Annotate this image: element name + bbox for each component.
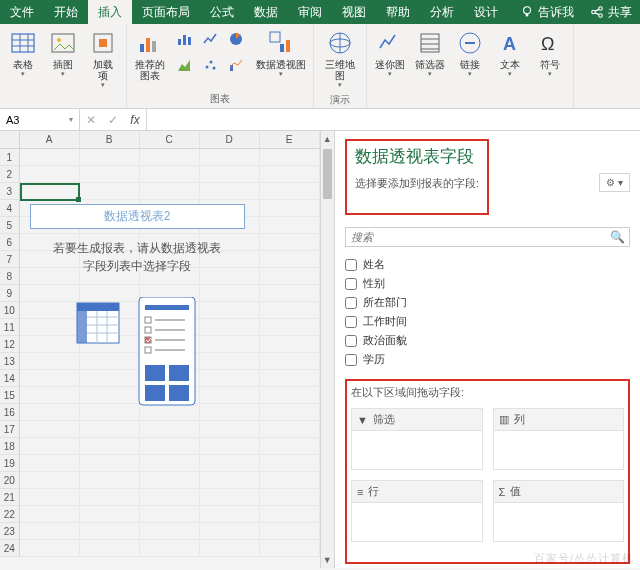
cell[interactable] — [260, 200, 320, 217]
cell[interactable] — [260, 421, 320, 438]
cell[interactable] — [20, 523, 80, 540]
chart-area-button[interactable] — [173, 54, 195, 76]
row-header[interactable]: 4 — [0, 200, 20, 217]
field-item[interactable]: 学历 — [345, 350, 630, 369]
row-header[interactable]: 22 — [0, 506, 20, 523]
text-button[interactable]: A文本▾ — [491, 26, 529, 105]
row-header[interactable]: 3 — [0, 183, 20, 200]
row-header[interactable]: 11 — [0, 319, 20, 336]
row-header[interactable]: 10 — [0, 302, 20, 319]
rows-area[interactable]: ≡行 — [351, 480, 483, 542]
cell[interactable] — [80, 149, 140, 166]
cell[interactable] — [260, 183, 320, 200]
menu-tab-home[interactable]: 开始 — [44, 0, 88, 24]
row-header[interactable]: 17 — [0, 421, 20, 438]
symbol-button[interactable]: Ω符号▾ — [531, 26, 569, 105]
row-header[interactable]: 23 — [0, 523, 20, 540]
cell[interactable] — [260, 370, 320, 387]
menu-tab-analyze[interactable]: 分析 — [420, 0, 464, 24]
cell[interactable] — [20, 489, 80, 506]
name-box[interactable]: A3▾ — [0, 109, 80, 130]
cell[interactable] — [260, 319, 320, 336]
row-header[interactable]: 20 — [0, 472, 20, 489]
cell[interactable] — [200, 506, 260, 523]
cell[interactable] — [20, 149, 80, 166]
cell[interactable] — [200, 421, 260, 438]
cell[interactable] — [80, 166, 140, 183]
cell[interactable] — [200, 489, 260, 506]
cell[interactable] — [80, 506, 140, 523]
cell[interactable] — [80, 438, 140, 455]
cell[interactable] — [260, 149, 320, 166]
cell[interactable] — [200, 149, 260, 166]
cell[interactable] — [20, 540, 80, 557]
cell[interactable] — [260, 234, 320, 251]
menu-tab-layout[interactable]: 页面布局 — [132, 0, 200, 24]
share-button[interactable]: 共享 — [582, 0, 640, 24]
cell[interactable] — [80, 455, 140, 472]
cell[interactable] — [260, 166, 320, 183]
menu-tab-data[interactable]: 数据 — [244, 0, 288, 24]
cell[interactable] — [200, 183, 260, 200]
cell[interactable] — [260, 540, 320, 557]
sparkline-button[interactable]: 迷你图▾ — [371, 26, 409, 105]
cell[interactable] — [140, 455, 200, 472]
column-header[interactable]: D — [200, 131, 260, 149]
select-all-corner[interactable] — [0, 131, 20, 149]
cell[interactable] — [260, 404, 320, 421]
scrollbar-thumb[interactable] — [323, 149, 332, 199]
row-header[interactable]: 16 — [0, 404, 20, 421]
cell[interactable] — [140, 506, 200, 523]
row-header[interactable]: 6 — [0, 234, 20, 251]
row-header[interactable]: 8 — [0, 268, 20, 285]
cell[interactable] — [140, 438, 200, 455]
row-header[interactable]: 12 — [0, 336, 20, 353]
fx-icon[interactable]: fx — [124, 113, 146, 127]
pivot-chart-button[interactable]: 数据透视图▾ — [253, 26, 309, 91]
recommended-charts-button[interactable]: 推荐的 图表 — [131, 26, 169, 91]
cell[interactable] — [200, 166, 260, 183]
menu-tab-help[interactable]: 帮助 — [376, 0, 420, 24]
scroll-up-icon[interactable]: ▲ — [321, 131, 334, 147]
cell[interactable] — [260, 217, 320, 234]
cell[interactable] — [80, 421, 140, 438]
column-header[interactable]: C — [140, 131, 200, 149]
row-header[interactable]: 18 — [0, 438, 20, 455]
row-header[interactable]: 9 — [0, 285, 20, 302]
cell[interactable] — [80, 540, 140, 557]
cell[interactable] — [140, 421, 200, 438]
cell[interactable] — [260, 472, 320, 489]
illustrations-button[interactable]: 插图▾ — [44, 26, 82, 105]
cell[interactable] — [20, 421, 80, 438]
cell[interactable] — [260, 438, 320, 455]
addins-button[interactable]: 加载 项▾ — [84, 26, 122, 105]
cell[interactable] — [80, 472, 140, 489]
menu-tab-review[interactable]: 审阅 — [288, 0, 332, 24]
formula-input[interactable] — [147, 109, 640, 130]
cell[interactable] — [140, 166, 200, 183]
field-item[interactable]: 所在部门 — [345, 293, 630, 312]
cell[interactable] — [260, 353, 320, 370]
cell[interactable] — [20, 183, 80, 200]
cell[interactable] — [200, 438, 260, 455]
cell[interactable] — [80, 523, 140, 540]
field-item[interactable]: 政治面貌 — [345, 331, 630, 350]
cell[interactable] — [260, 268, 320, 285]
field-item[interactable]: 姓名 — [345, 255, 630, 274]
cell[interactable] — [140, 183, 200, 200]
cell[interactable] — [260, 506, 320, 523]
worksheet[interactable]: 123456789101112131415161718192021222324 … — [0, 131, 334, 568]
field-checkbox[interactable] — [345, 297, 357, 309]
cell[interactable] — [20, 438, 80, 455]
column-header[interactable]: A — [20, 131, 80, 149]
row-header[interactable]: 5 — [0, 217, 20, 234]
cell[interactable] — [260, 302, 320, 319]
cell[interactable] — [260, 336, 320, 353]
link-button[interactable]: 链接▾ — [451, 26, 489, 105]
cell[interactable] — [260, 489, 320, 506]
row-header[interactable]: 15 — [0, 387, 20, 404]
menu-tab-design[interactable]: 设计 — [464, 0, 508, 24]
cell[interactable] — [200, 472, 260, 489]
cell[interactable] — [20, 166, 80, 183]
3dmap-button[interactable]: 三维地 图▾ — [318, 26, 362, 92]
